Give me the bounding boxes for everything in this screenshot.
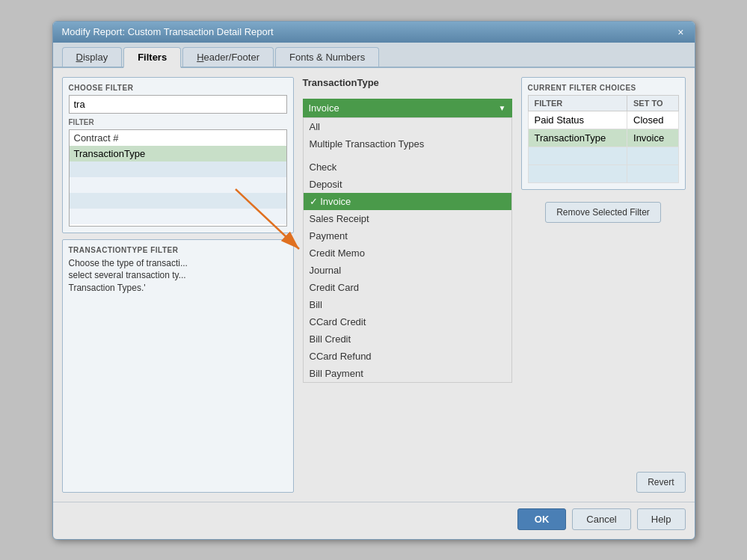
dropdown-spacer bbox=[304, 153, 511, 159]
dropdown-list: All Multiple Transaction Types Check Dep… bbox=[303, 117, 512, 383]
choose-filter-label: CHOOSE FILTER bbox=[69, 84, 287, 92]
tab-display-label: isplay bbox=[83, 52, 108, 63]
right-panel: CURRENT FILTER CHOICES FILTER SET TO Pai… bbox=[521, 77, 686, 493]
tab-filters-label: Filters bbox=[138, 52, 167, 63]
filter-cell: TransactionType bbox=[528, 129, 627, 147]
middle-panel: TransactionType Invoice ▼ All Multiple T… bbox=[303, 77, 512, 493]
bottom-buttons: OK Cancel Help bbox=[53, 502, 695, 539]
dropdown-item-credit-card[interactable]: Credit Card bbox=[304, 279, 511, 296]
remove-filter-container: Remove Selected Filter bbox=[521, 196, 686, 223]
revert-container: Revert bbox=[521, 472, 686, 493]
choose-filter-section: CHOOSE FILTER FILTER Contract # Transact… bbox=[62, 77, 294, 233]
current-filter-section: CURRENT FILTER CHOICES FILTER SET TO Pai… bbox=[521, 77, 686, 190]
table-row-empty bbox=[528, 164, 678, 182]
empty-cell bbox=[627, 147, 678, 164]
current-filter-table: FILTER SET TO Paid Status Closed Transac… bbox=[528, 95, 679, 183]
filter-item-empty-1 bbox=[70, 161, 286, 177]
tab-fonts-label: Fonts & Numbers bbox=[289, 52, 365, 63]
dropdown-item-bill-credit[interactable]: Bill Credit bbox=[304, 330, 511, 348]
dropdown-item-bill[interactable]: Bill bbox=[304, 296, 511, 313]
filter-search-input[interactable] bbox=[69, 95, 287, 114]
current-filter-label: CURRENT FILTER CHOICES bbox=[528, 84, 679, 92]
tab-header-footer[interactable]: Header/Footer bbox=[182, 47, 274, 67]
ok-button[interactable]: OK bbox=[517, 508, 567, 530]
filter-item-empty-4 bbox=[70, 209, 286, 224]
dropdown-item-invoice[interactable]: Invoice bbox=[304, 193, 511, 210]
left-panel: CHOOSE FILTER FILTER Contract # Transact… bbox=[62, 77, 294, 493]
table-row[interactable]: Paid Status Closed bbox=[528, 111, 678, 129]
transactiontype-filter-section: TRANSACTIONTYPE FILTER Choose the type o… bbox=[62, 239, 294, 493]
col-filter-header: FILTER bbox=[528, 95, 627, 111]
transactiontype-header: TransactionType bbox=[303, 77, 512, 88]
table-row-empty bbox=[528, 147, 678, 164]
dropdown-item-ccard-refund[interactable]: CCard Refund bbox=[304, 348, 511, 365]
transactiontype-label: TRANSACTIONTYPE FILTER bbox=[69, 246, 287, 254]
tab-fonts-numbers[interactable]: Fonts & Numbers bbox=[275, 47, 379, 67]
dropdown-item-journal[interactable]: Journal bbox=[304, 262, 511, 279]
close-button[interactable]: × bbox=[676, 26, 685, 38]
dropdown-container: Invoice ▼ All Multiple Transaction Types… bbox=[303, 99, 512, 383]
filter-item-contract[interactable]: Contract # bbox=[70, 130, 286, 146]
table-row[interactable]: TransactionType Invoice bbox=[528, 129, 678, 147]
spacer bbox=[521, 229, 686, 466]
empty-cell bbox=[528, 147, 627, 164]
filter-item-empty-3 bbox=[70, 193, 286, 209]
dropdown-selected-label: Invoice bbox=[309, 102, 339, 114]
dropdown-item-bill-payment[interactable]: Bill Payment bbox=[304, 365, 511, 382]
dropdown-item-sales-receipt[interactable]: Sales Receipt bbox=[304, 210, 511, 227]
dialog-content: CHOOSE FILTER FILTER Contract # Transact… bbox=[53, 68, 695, 502]
dropdown-selected[interactable]: Invoice ▼ bbox=[303, 99, 512, 117]
tab-bar: Display Filters Header/Footer Fonts & Nu… bbox=[53, 43, 695, 68]
dropdown-item-credit-memo[interactable]: Credit Memo bbox=[304, 244, 511, 262]
modify-report-dialog: Modify Report: Custom Transaction Detail… bbox=[52, 21, 695, 540]
transactiontype-description: Choose the type of transacti... select s… bbox=[69, 257, 287, 295]
remove-filter-button[interactable]: Remove Selected Filter bbox=[545, 202, 661, 223]
dropdown-item-multiple[interactable]: Multiple Transaction Types bbox=[304, 135, 511, 153]
dropdown-arrow-icon: ▼ bbox=[499, 104, 506, 112]
filter-list-label: FILTER bbox=[69, 118, 287, 126]
tab-filters[interactable]: Filters bbox=[123, 47, 181, 68]
tab-display[interactable]: Display bbox=[62, 47, 123, 67]
dropdown-item-check[interactable]: Check bbox=[304, 159, 511, 176]
dialog-title: Modify Report: Custom Transaction Detail… bbox=[62, 26, 274, 37]
cancel-button[interactable]: Cancel bbox=[572, 508, 630, 530]
set-to-cell: Closed bbox=[627, 111, 678, 129]
dropdown-item-payment[interactable]: Payment bbox=[304, 227, 511, 244]
revert-button[interactable]: Revert bbox=[636, 472, 685, 493]
filter-item-empty-2 bbox=[70, 177, 286, 193]
empty-cell bbox=[528, 164, 627, 182]
filter-list: Contract # TransactionType bbox=[69, 129, 287, 227]
help-button[interactable]: Help bbox=[637, 508, 686, 530]
filter-cell: Paid Status bbox=[528, 111, 627, 129]
empty-cell bbox=[627, 164, 678, 182]
set-to-cell: Invoice bbox=[627, 129, 678, 147]
title-bar: Modify Report: Custom Transaction Detail… bbox=[53, 22, 695, 43]
col-set-to-header: SET TO bbox=[627, 95, 678, 111]
tab-headerfooter-label: eader/Footer bbox=[204, 52, 259, 63]
dropdown-item-ccard-credit[interactable]: CCard Credit bbox=[304, 313, 511, 330]
filter-item-transactiontype[interactable]: TransactionType bbox=[70, 146, 286, 161]
dropdown-item-all[interactable]: All bbox=[304, 118, 511, 135]
dropdown-item-deposit[interactable]: Deposit bbox=[304, 176, 511, 193]
